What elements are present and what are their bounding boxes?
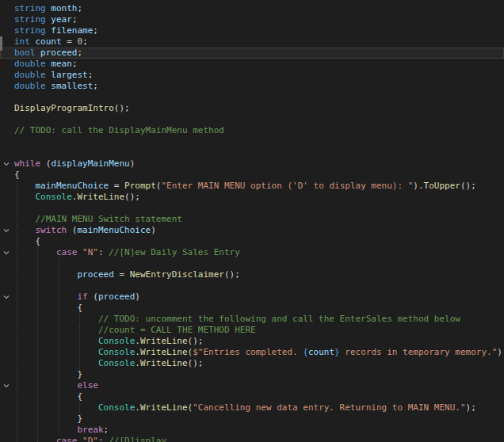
token-pun: ) [130,158,136,169]
token-str: records in temporary memory." [340,347,498,357]
code-line[interactable]: case "D": //[D]isplay [0,436,504,442]
code-line[interactable] [0,280,504,291]
token-fn: Prompt [124,181,156,191]
indent-guide [59,258,59,269]
code-line[interactable]: string filename; [0,25,504,36]
token-pun: } [77,369,82,379]
token-pun: ( [40,158,51,169]
token-fn: WriteLine [140,402,188,413]
indent-guide [37,280,38,291]
code-line[interactable]: Console.WriteLine($"Entries completed. {… [0,347,504,358]
code-line[interactable]: double mean; [0,59,504,70]
code-line[interactable]: case "N": //[N]ew Daily Sales Entry [0,247,504,258]
fold-chevron-icon[interactable] [2,227,10,234]
code-editor[interactable]: string month;string year;string filename… [0,0,504,442]
code-text: Console.WriteLine(); [14,192,140,202]
code-text: Console.WriteLine($"Entries completed. {… [14,347,504,357]
code-line[interactable]: } [0,413,504,425]
code-line[interactable]: { [0,236,504,247]
token-com: // TODO: call the DisplayMainMenu method [14,125,224,135]
token-var: proceed [36,48,78,58]
token-ctl: break [77,425,103,435]
token-ctl: while [14,158,40,169]
code-line[interactable]: if (proceed) [0,291,504,303]
code-text: // TODO: call the DisplayMainMenu method [14,125,224,135]
token-pun: (); [188,336,204,346]
token-fn: WriteLine [77,192,124,202]
code-text: //MAIN MENU Switch statement [14,214,182,224]
code-line[interactable]: Console.WriteLine(); [0,192,504,203]
code-line[interactable]: while (displayMainMenu) [0,158,504,170]
token-cls: Console [36,192,72,202]
code-line[interactable]: // TODO: uncomment the following and cal… [0,314,504,325]
token-pun: ) [135,291,140,302]
fold-chevron-icon[interactable] [2,249,10,257]
code-line[interactable]: double largest; [0,70,504,81]
code-line[interactable]: string year; [0,14,504,25]
token-pun: ; [77,48,82,58]
token-fn: NewEntryDisclaimer [130,269,224,280]
code-line[interactable]: DisplayProgramIntro(); [0,103,504,114]
token-pun: ; [78,3,83,13]
code-text: DisplayProgramIntro(); [14,103,130,113]
fold-chevron-icon[interactable] [2,293,10,301]
code-line[interactable] [0,258,504,269]
token-fn: DisplayProgramIntro [14,103,114,113]
token-var: year [46,14,72,25]
token-pun: (); [224,269,240,280]
code-line[interactable] [0,92,504,103]
code-line[interactable]: //MAIN MENU Switch statement [0,214,504,225]
token-pun: = [62,36,78,47]
code-line[interactable]: { [0,303,504,314]
token-var: largest [46,70,88,80]
token-pun: = [114,269,130,280]
code-text: Console.WriteLine(); [14,336,203,346]
token-fn: WriteLine [140,358,188,368]
code-line[interactable]: mainMenuChoice = Prompt("Enter MAIN MENU… [0,181,504,192]
code-text: double largest; [14,70,93,80]
token-var: smallest [46,81,94,91]
token-var: count [308,347,334,357]
code-line[interactable] [0,114,504,125]
token-kw: double [14,81,46,91]
code-text: } [14,413,82,424]
token-ctl: case [56,436,78,442]
code-line[interactable]: { [0,391,504,402]
code-line[interactable]: { [0,170,504,181]
code-line[interactable] [0,136,504,147]
code-line[interactable]: int count = 0; [0,36,504,48]
fold-chevron-icon[interactable] [2,160,10,168]
code-line[interactable]: else [0,380,504,391]
token-fn: ToUpper [424,181,460,191]
fold-chevron-icon[interactable] [2,382,10,390]
code-line[interactable]: Console.WriteLine("Cancelling new data e… [0,402,504,413]
code-line-current[interactable]: bool proceed; [0,48,504,59]
indent-guide [37,258,38,269]
code-line[interactable]: switch (mainMenuChoice) [0,225,504,236]
token-var: filename [46,25,94,36]
code-line[interactable] [0,147,504,158]
code-line[interactable] [0,203,504,214]
token-pun: ). [413,181,423,191]
code-line[interactable]: break; [0,425,504,436]
code-line[interactable]: Console.WriteLine(); [0,358,504,369]
code-line[interactable]: double smallest; [0,81,504,92]
token-com: //MAIN MENU Switch statement [36,214,182,224]
code-line[interactable]: string month; [0,3,504,14]
token-pun: ); [466,402,476,413]
token-var: mean [46,59,72,69]
token-pun: ; [93,81,98,91]
token-pun: . [135,336,140,346]
code-line[interactable]: //count = CALL THE METHOD HERE [0,325,504,336]
token-str: "N" [77,247,98,257]
token-var: mainMenuChoice [78,225,151,235]
token-fn: WriteLine [140,347,188,357]
token-str: "Enter MAIN MENU option ('D' to display … [161,181,413,191]
code-line[interactable]: proceed = NewEntryDisclaimer(); [0,269,504,280]
code-line[interactable]: } [0,369,504,380]
code-text: { [14,391,82,402]
code-line[interactable]: Console.WriteLine(); [0,336,504,347]
token-var: month [46,3,78,13]
code-line[interactable]: // TODO: call the DisplayMainMenu method [0,125,504,136]
gutter-marker [0,36,2,51]
